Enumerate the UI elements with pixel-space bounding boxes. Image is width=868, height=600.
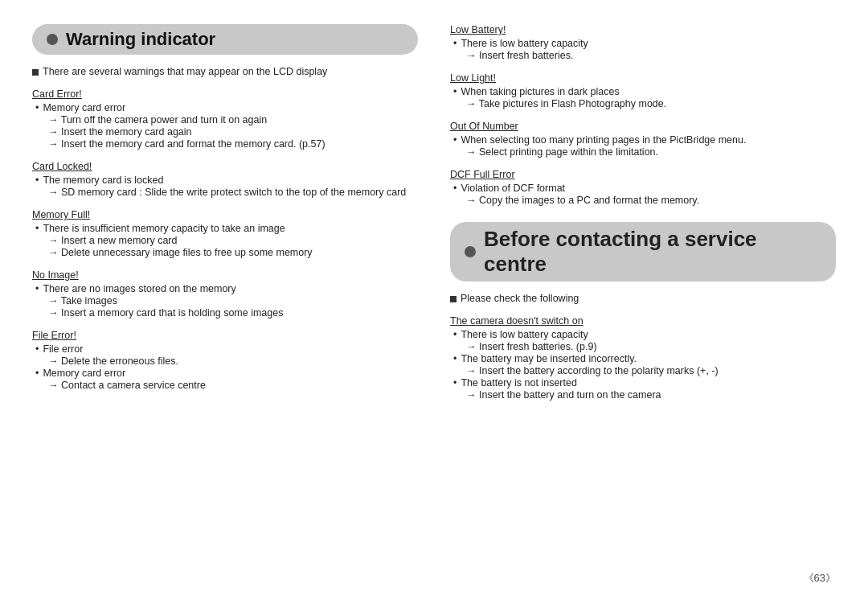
error-title: Low Battery! [450,24,836,35]
before-contacting-header: Before contacting a service centre [450,222,836,282]
bullet-item: When taking pictures in dark places [453,86,836,97]
error-block: Card Error!Memory card error→ Turn off t… [32,88,418,150]
arrow-item: → Insert the battery according to the po… [453,365,836,376]
subsection-subtitle: The camera doesn't switch on [450,315,836,327]
arrow-item: → Select printing page within the limita… [453,146,836,158]
bullet-item: File error [35,343,418,355]
bullet-item: Memory card error [35,102,418,113]
right-bottom-errors-container: The camera doesn't switch onThere is low… [450,315,836,401]
bullet-item: There are no images stored on the memory [35,283,418,294]
two-column-layout: Warning indicator There are several warn… [32,24,836,576]
arrow-item: → Take pictures in Flash Photography mod… [453,98,836,109]
bullet-item: There is low battery capacity [453,38,836,49]
bullet-item: The battery is not inserted [453,377,836,388]
arrow-item: → SD memory card : Slide the write prote… [35,187,418,198]
error-block: Card Locked!The memory card is locked→ S… [32,161,418,198]
bullet-item: There is insufficient memory capacity to… [35,223,418,234]
arrow-item: → Take images [35,295,418,306]
bullet-item: When selecting too many printing pages i… [453,134,836,146]
error-block: No Image!There are no images stored on t… [32,269,418,318]
bullet-item: Violation of DCF format [453,183,836,194]
error-title: Card Error! [32,88,418,100]
error-block: File Error!File error→ Delete the errone… [32,330,418,391]
subsection-body: There is low battery capacity→ Insert fr… [450,329,836,401]
square-bullet [32,69,39,76]
error-title: Low Light! [450,72,836,84]
error-body: There is low battery capacity→ Insert fr… [450,38,836,61]
page: Warning indicator There are several warn… [0,0,868,600]
bullet-item: There is low battery capacity [453,329,836,340]
error-title: File Error! [32,330,418,341]
right-column: Low Battery!There is low battery capacit… [450,24,836,576]
warning-indicator-header: Warning indicator [32,24,418,55]
error-body: When taking pictures in dark places→ Tak… [450,86,836,109]
arrow-item: → Insert fresh batteries. (p.9) [453,341,836,352]
right-top-errors: Low Battery!There is low battery capacit… [450,24,836,206]
error-block: Memory Full!There is insufficient memory… [32,209,418,258]
bullet-item: The battery may be inserted incorrectly. [453,353,836,364]
before-contacting-intro: Please check the following [450,293,836,304]
error-title: DCF Full Error [450,169,836,180]
intro-text: There are several warnings that may appe… [32,66,418,77]
error-body: File error→ Delete the erroneous files.M… [32,343,418,391]
arrow-item: → Delete unnecessary image files to free… [35,247,418,258]
error-title: Card Locked! [32,161,418,172]
arrow-item: → Insert the memory card and format the … [35,138,418,150]
error-body: The memory card is locked→ SD memory car… [32,175,418,198]
arrow-item: → Insert a memory card that is holding s… [35,307,418,318]
before-contacting-title: Before contacting a service centre [484,227,821,277]
right-top-errors-container: Low Battery!There is low battery capacit… [450,24,836,206]
error-block: Low Light!When taking pictures in dark p… [450,72,836,109]
square-bullet-2 [450,296,457,302]
error-body: Violation of DCF format→ Copy the images… [450,183,836,206]
bullet-item: Memory card error [35,368,418,379]
arrow-item: → Turn off the camera power and turn it … [35,114,418,125]
error-body: When selecting too many printing pages i… [450,134,836,158]
arrow-item: → Insert a new memory card [35,235,418,246]
bullet-item: The memory card is locked [35,175,418,186]
left-column: Warning indicator There are several warn… [32,24,418,576]
error-block: Out Of NumberWhen selecting too many pri… [450,121,836,158]
error-body: There are no images stored on the memory… [32,283,418,318]
arrow-item: → Delete the erroneous files. [35,355,418,367]
header-bullet-2 [465,246,476,257]
left-errors-container: Card Error!Memory card error→ Turn off t… [32,88,418,391]
page-number: 《63》 [804,571,836,586]
arrow-item: → Insert the memory card again [35,126,418,138]
error-body: There is insufficient memory capacity to… [32,223,418,258]
error-block: DCF Full ErrorViolation of DCF format→ C… [450,169,836,206]
arrow-item: → Insert the battery and turn on the cam… [453,389,836,401]
header-bullet [47,34,58,45]
arrow-item: → Insert fresh batteries. [453,50,836,61]
arrow-item: → Contact a camera service centre [35,380,418,391]
arrow-item: → Copy the images to a PC and format the… [453,195,836,206]
warning-indicator-title: Warning indicator [66,29,215,50]
error-title: No Image! [32,269,418,281]
error-body: Memory card error→ Turn off the camera p… [32,102,418,150]
error-block: Low Battery!There is low battery capacit… [450,24,836,61]
error-title: Out Of Number [450,121,836,132]
error-title: Memory Full! [32,209,418,220]
